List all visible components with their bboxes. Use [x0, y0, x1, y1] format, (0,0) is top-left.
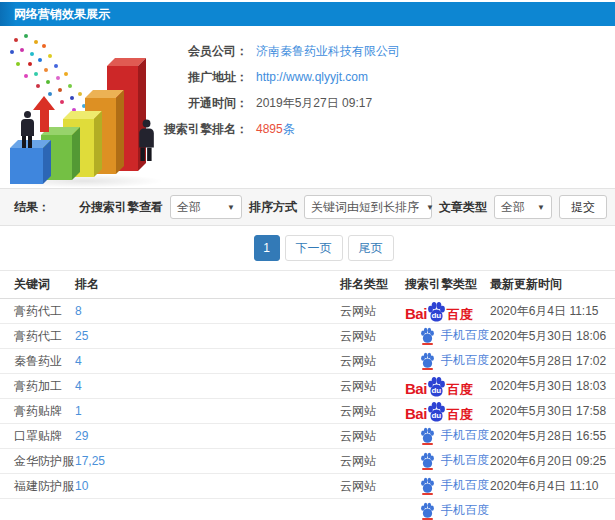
baidu-paw-icon: [420, 327, 435, 343]
submit-button[interactable]: 提交: [559, 195, 607, 219]
info-value[interactable]: 济南秦鲁药业科技有限公司: [256, 43, 400, 60]
keyword-cell: [0, 499, 75, 520]
caret-down-icon: ▼: [220, 203, 235, 212]
rank-link[interactable]: 17,25: [75, 454, 105, 468]
rank-cell: 25: [75, 324, 340, 349]
ranking-count-unit: 条: [283, 122, 295, 136]
engine-type-cell: 手机百度: [405, 474, 490, 499]
table-header-row: 关键词 排名 排名类型 搜索引擎类型 最新更新时间: [0, 271, 615, 299]
rank-cell: 8: [75, 299, 340, 324]
engine-type-cell: 手机百度: [405, 499, 490, 520]
engine-type-cell: 手机百度: [405, 349, 490, 374]
keyword-cell: 口罩贴牌: [0, 424, 75, 449]
updated-time-cell: 2020年5月28日 16:55: [490, 424, 615, 449]
col-header-rank-type: 排名类型: [340, 271, 405, 299]
last-page-button[interactable]: 尾页: [348, 235, 394, 261]
baidu-paw-icon: [420, 502, 435, 518]
col-header-rank: 排名: [75, 271, 340, 299]
businessman-figure-right: [135, 120, 157, 161]
table-row: 金华防护服17,25云网站 手机百度2020年6月20日 09:25: [0, 449, 615, 474]
keyword-cell: 膏药代工: [0, 299, 75, 324]
rank-type-cell: 云网站: [340, 299, 405, 324]
updated-time-cell: 2020年5月30日 17:58: [490, 399, 615, 424]
up-arrow-icon: [33, 96, 55, 134]
table-row: 膏药贴牌1云网站 Bai du 百度2020年5月30日 17:58: [0, 399, 615, 424]
updated-time-cell: 2020年5月30日 18:06: [490, 324, 615, 349]
baidu-paw-icon: du: [426, 376, 447, 397]
rank-type-cell: [340, 499, 405, 520]
engine-filter-label: 分搜索引擎查看: [79, 199, 163, 216]
rank-type-cell: 云网站: [340, 374, 405, 399]
table-row: 膏药代工8云网站 Bai du 百度2020年6月4日 11:15: [0, 299, 615, 324]
rank-type-cell: 云网站: [340, 349, 405, 374]
rank-type-cell: 云网站: [340, 449, 405, 474]
illustration-bar-blue: [10, 148, 43, 184]
engine-type-cell: Bai du 百度: [405, 299, 490, 324]
mobile-baidu-logo: 手机百度: [420, 327, 489, 343]
page-header: 网络营销效果展示: [0, 2, 615, 26]
info-value[interactable]: http://www.qlyyjt.com: [256, 70, 368, 84]
info-value: 4895条: [256, 121, 295, 138]
baidu-paw-icon: [420, 477, 435, 493]
updated-time-cell: [490, 499, 615, 520]
keyword-cell: 膏药代工: [0, 324, 75, 349]
table-row: 膏药代工25云网站 手机百度2020年5月30日 18:06: [0, 324, 615, 349]
growth-bar-chart-illustration: [0, 28, 178, 186]
updated-time-cell: 2020年6月4日 11:10: [490, 474, 615, 499]
engine-select[interactable]: 全部 ▼: [170, 195, 242, 219]
confetti-decoration: [0, 28, 4, 32]
page-title: 网络营销效果展示: [14, 7, 110, 21]
article-type-label: 文章类型: [439, 199, 487, 216]
rank-link[interactable]: 1: [75, 404, 82, 418]
article-type-select-value: 全部: [501, 199, 525, 216]
rank-link[interactable]: 8: [75, 304, 82, 318]
next-page-button[interactable]: 下一页: [285, 235, 343, 261]
rank-link[interactable]: 25: [75, 329, 88, 343]
mobile-baidu-logo: 手机百度: [420, 352, 489, 368]
rank-cell: 10: [75, 474, 340, 499]
caret-down-icon: ▼: [419, 203, 434, 212]
article-type-select[interactable]: 全部 ▼: [494, 195, 552, 219]
engine-type-cell: 手机百度: [405, 424, 490, 449]
col-header-engine-type: 搜索引擎类型: [405, 271, 490, 299]
engine-type-cell: Bai du 百度: [405, 374, 490, 399]
ranking-count: 4895: [256, 122, 283, 136]
sort-select[interactable]: 关键词由短到长排序 ▼: [304, 195, 432, 219]
filter-controls: 分搜索引擎查看 全部 ▼ 排序方式 关键词由短到长排序 ▼ 文章类型 全部 ▼ …: [79, 195, 607, 219]
rank-link[interactable]: 29: [75, 429, 88, 443]
rank-cell: 4: [75, 374, 340, 399]
updated-time-cell: 2020年5月30日 18:03: [490, 374, 615, 399]
page-number-current[interactable]: 1: [254, 235, 280, 261]
sort-filter-label: 排序方式: [249, 199, 297, 216]
filter-bar: 结果： 分搜索引擎查看 全部 ▼ 排序方式 关键词由短到长排序 ▼ 文章类型 全…: [0, 188, 615, 226]
baidu-logo: Bai du 百度: [405, 376, 473, 396]
rank-type-cell: 云网站: [340, 424, 405, 449]
keyword-cell: 膏药加工: [0, 374, 75, 399]
marketing-report-page: 网络营销效果展示 会员公司：济南秦鲁药业科技有限公司推广地址：http://ww…: [0, 0, 615, 520]
rank-cell: 17,25: [75, 449, 340, 474]
rank-type-cell: 云网站: [340, 474, 405, 499]
engine-type-cell: Bai du 百度: [405, 399, 490, 424]
table-row: 膏药加工4云网站 Bai du 百度2020年5月30日 18:03: [0, 374, 615, 399]
rank-type-cell: 云网站: [340, 324, 405, 349]
keyword-ranking-table: 关键词 排名 排名类型 搜索引擎类型 最新更新时间 膏药代工8云网站 Bai d…: [0, 270, 615, 520]
mobile-baidu-logo: 手机百度: [420, 502, 489, 518]
col-header-updated: 最新更新时间: [490, 271, 615, 299]
results-label: 结果：: [14, 199, 50, 216]
mobile-baidu-logo: 手机百度: [420, 477, 489, 493]
baidu-paw-icon: [420, 427, 435, 443]
rank-link[interactable]: 4: [75, 354, 82, 368]
caret-down-icon: ▼: [530, 203, 545, 212]
rank-link[interactable]: 4: [75, 379, 82, 393]
businessman-figure-left: [18, 111, 36, 148]
updated-time-cell: 2020年6月4日 11:15: [490, 299, 615, 324]
rank-cell: 29: [75, 424, 340, 449]
keyword-cell: 福建防护服: [0, 474, 75, 499]
baidu-paw-icon: du: [426, 401, 447, 422]
pagination: 1 下一页 尾页: [0, 226, 615, 270]
rank-cell: 4: [75, 349, 340, 374]
rank-link[interactable]: 10: [75, 479, 88, 493]
keyword-cell: 秦鲁药业: [0, 349, 75, 374]
baidu-paw-icon: [420, 352, 435, 368]
engine-select-value: 全部: [177, 199, 201, 216]
